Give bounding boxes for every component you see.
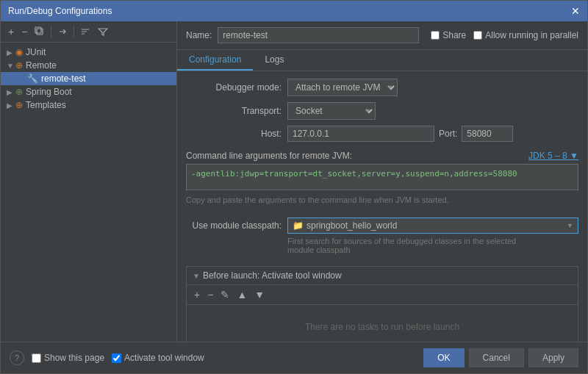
remote-test-icon: 🔧: [27, 73, 38, 84]
tree-arrow-springboot: ▶: [7, 88, 15, 96]
debugger-mode-select-wrapper: Attach to remote JVM Listen to remote JV…: [287, 79, 398, 96]
show-page-checkbox-label[interactable]: Show this page: [32, 353, 104, 363]
transport-select[interactable]: Socket Shared memory: [287, 102, 376, 120]
name-label: Name:: [186, 30, 212, 40]
tree-arrow-junit: ▶: [7, 48, 15, 57]
junit-icon: ◉: [15, 47, 23, 57]
before-launch-edit-button[interactable]: ✎: [218, 287, 232, 302]
host-port-row: Host: Port:: [186, 126, 578, 142]
tab-configuration[interactable]: Configuration: [177, 50, 253, 71]
bottom-bar: ? Show this page Activate tool window OK…: [1, 342, 587, 373]
activate-tool-window-checkbox[interactable]: [112, 353, 121, 363]
share-checkbox-label[interactable]: Share: [431, 30, 466, 40]
templates-label: Templates: [26, 100, 66, 110]
cmd-hint: Copy and paste the arguments to the comm…: [186, 195, 578, 204]
tree-item-junit[interactable]: ▶ ◉ JUnit: [1, 46, 176, 59]
before-launch-label: Before launch: Activate tool window: [203, 270, 342, 281]
transport-select-wrapper: Socket Shared memory: [287, 102, 376, 120]
configuration-content: Debugger mode: Attach to remote JVM List…: [177, 71, 587, 342]
left-panel: + −: [1, 21, 177, 342]
dialog-title: Run/Debug Configurations: [8, 6, 112, 16]
templates-icon: ⊕: [15, 100, 23, 110]
toolbar-separator-1: [51, 26, 51, 37]
before-launch-empty: There are no tasks to run before launch: [187, 305, 578, 342]
before-launch-header[interactable]: ▼ Before launch: Activate tool window: [187, 267, 578, 285]
toolbar-separator-2: [74, 26, 74, 37]
jdk-link[interactable]: JDK 5 – 8 ▼: [528, 151, 578, 161]
tree-arrow-remote: ▼: [7, 62, 15, 70]
left-toolbar: + −: [1, 21, 176, 43]
module-classpath-label: Use module classpath:: [186, 220, 282, 231]
activate-tool-window-checkbox-label[interactable]: Activate tool window: [112, 353, 204, 363]
cmd-textarea[interactable]: -agentlib:jdwp=transport=dt_socket,serve…: [186, 164, 578, 190]
cancel-button[interactable]: Cancel: [469, 348, 524, 367]
name-row: Name: Share Allow running in parallel: [177, 21, 587, 50]
before-launch-down-button[interactable]: ▼: [251, 287, 268, 302]
svg-rect-0: [37, 29, 43, 35]
ok-button[interactable]: OK: [423, 348, 464, 367]
remote-label: Remote: [26, 60, 57, 71]
before-launch-remove-button[interactable]: −: [204, 287, 216, 302]
add-config-button[interactable]: +: [5, 24, 17, 39]
debugger-mode-label: Debugger mode:: [186, 82, 282, 93]
before-launch-section: ▼ Before launch: Activate tool window + …: [186, 266, 578, 342]
copy-config-button[interactable]: [32, 25, 48, 38]
module-value: springboot_hello_world: [306, 218, 578, 233]
host-input[interactable]: [287, 126, 434, 142]
tree-item-templates[interactable]: ▶ ⊕ Templates: [1, 98, 176, 112]
debugger-mode-row: Debugger mode: Attach to remote JVM List…: [186, 79, 578, 96]
share-checkbox[interactable]: [431, 31, 440, 40]
remote-group-icon: ⊕: [15, 60, 23, 71]
parallel-checkbox-label[interactable]: Allow running in parallel: [473, 30, 578, 40]
before-launch-add-button[interactable]: +: [191, 287, 203, 302]
port-input[interactable]: [462, 126, 513, 142]
springboot-label: Spring Boot: [26, 87, 72, 97]
before-launch-arrow: ▼: [193, 272, 200, 280]
filter-config-button[interactable]: [95, 25, 111, 38]
tree-arrow-templates: ▶: [7, 101, 15, 109]
module-classpath-row: Use module classpath: 📁 springboot_hello…: [186, 217, 578, 234]
tree-item-remote[interactable]: ▼ ⊕ Remote: [1, 59, 176, 72]
transport-label: Transport:: [186, 106, 282, 116]
config-tabs: Configuration Logs: [177, 50, 587, 71]
run-debug-configurations-dialog: Run/Debug Configurations ✕ + −: [0, 0, 588, 374]
close-button[interactable]: ✕: [571, 5, 580, 17]
remove-config-button[interactable]: −: [18, 24, 30, 39]
tree-item-springboot[interactable]: ▶ ⊕ Spring Boot: [1, 85, 176, 98]
name-input[interactable]: [218, 27, 419, 43]
before-launch-up-button[interactable]: ▲: [234, 287, 250, 302]
port-label: Port:: [439, 129, 457, 139]
remote-test-label: remote-test: [41, 73, 86, 84]
junit-label: JUnit: [26, 47, 46, 57]
show-page-checkbox[interactable]: [32, 353, 41, 363]
tab-logs[interactable]: Logs: [253, 50, 295, 71]
springboot-icon: ⊕: [15, 87, 23, 97]
module-select-wrapper[interactable]: 📁 springboot_hello_world: [287, 217, 578, 234]
content-area: + −: [1, 21, 587, 342]
cmd-args-label: Command line arguments for remote JVM:: [186, 151, 352, 161]
help-button[interactable]: ?: [10, 350, 24, 365]
move-config-button[interactable]: [54, 25, 71, 38]
parallel-checkbox[interactable]: [473, 31, 482, 40]
debugger-mode-select[interactable]: Attach to remote JVM Listen to remote JV…: [287, 79, 398, 96]
title-bar: Run/Debug Configurations ✕: [1, 1, 587, 21]
right-panel: Name: Share Allow running in parallel Co…: [177, 21, 587, 342]
svg-rect-1: [35, 27, 41, 33]
config-tree: ▶ ◉ JUnit ▼ ⊕ Remote 🔧 remote-test: [1, 43, 176, 342]
host-label: Host:: [186, 129, 282, 139]
module-hint: First search for sources of the debugged…: [287, 237, 578, 254]
sort-config-button[interactable]: [77, 25, 93, 38]
module-folder-icon: 📁: [293, 220, 304, 231]
before-launch-toolbar: + − ✎ ▲ ▼: [187, 285, 578, 305]
cmd-section: Command line arguments for remote JVM: J…: [186, 151, 578, 204]
tree-item-remote-test[interactable]: 🔧 remote-test: [1, 72, 176, 85]
apply-button[interactable]: Apply: [528, 348, 578, 367]
transport-row: Transport: Socket Shared memory: [186, 102, 578, 120]
